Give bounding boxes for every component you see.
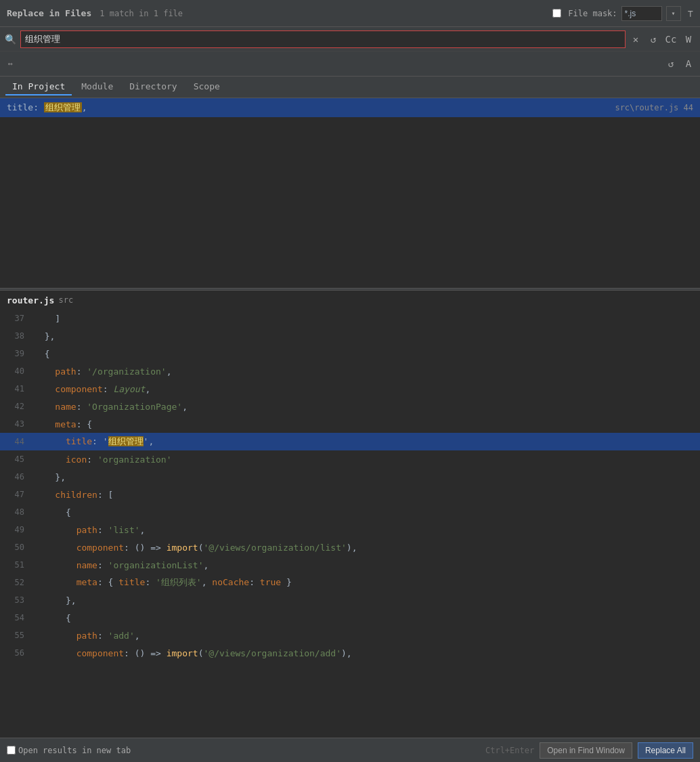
code-line-43: 43 meta: {: [0, 415, 700, 433]
line-num-56: 56: [0, 648, 31, 658]
tab-in-project[interactable]: In Project: [5, 79, 72, 96]
code-view: 37 ] 38 }, 39 { 40 path: '/organization'…: [0, 310, 700, 662]
match-count: 1 match in 1 file: [100, 9, 552, 18]
replace-row: ↔ ↺ A: [0, 51, 700, 76]
line-content-38: },: [31, 331, 700, 341]
result-match: 组织管理: [44, 102, 82, 112]
code-line-52: 52 meta: { title: '组织列表', noCache: true …: [0, 574, 700, 591]
line-content-37: ]: [31, 314, 700, 324]
tabs-bar: In Project Module Directory Scope: [0, 77, 700, 98]
code-line-47: 47 children: [: [0, 486, 700, 503]
line-num-52: 52: [0, 578, 31, 587]
search-input[interactable]: [25, 34, 621, 44]
clear-search-button[interactable]: ✕: [628, 32, 643, 47]
line-num-43: 43: [0, 419, 31, 429]
line-num-54: 54: [0, 613, 31, 622]
line-content-54: {: [31, 613, 700, 623]
line-content-43: meta: {: [31, 419, 700, 429]
replace-actions: ↺ A: [663, 56, 696, 71]
result-file: src\router.js 44: [615, 103, 693, 112]
line-content-46: },: [31, 472, 700, 482]
code-line-38: 38 },: [0, 327, 700, 345]
line-num-47: 47: [0, 490, 31, 499]
line-num-51: 51: [0, 560, 31, 570]
line-num-42: 42: [0, 402, 31, 411]
toolbar-title: Replace in Files: [7, 8, 91, 18]
search-area: 🔍 ✕ ↺ Cc W ↔ ↺ A: [0, 27, 700, 77]
file-mask-input[interactable]: [621, 6, 662, 21]
top-toolbar: Replace in Files 1 match in 1 file File …: [0, 0, 700, 27]
line-content-42: name: 'OrganizationPage',: [31, 402, 700, 412]
replace-all-button[interactable]: Replace All: [638, 742, 693, 759]
search-row: 🔍 ✕ ↺ Cc W: [0, 27, 700, 51]
line-content-41: component: Layout,: [31, 384, 700, 394]
search-icon: 🔍: [4, 34, 16, 45]
whole-word-button[interactable]: W: [681, 32, 696, 47]
code-filename: router.js: [7, 295, 54, 305]
code-line-50: 50 component: () => import('@/views/orga…: [0, 538, 700, 556]
line-content-45: icon: 'organization': [31, 454, 700, 465]
code-line-40: 40 path: '/organization',: [0, 362, 700, 380]
code-line-46: 46 },: [0, 468, 700, 486]
line-content-51: name: 'organizationList',: [31, 560, 700, 570]
code-line-51: 51 name: 'organizationList',: [0, 556, 700, 574]
line-content-39: {: [31, 349, 700, 359]
code-line-48: 48 {: [0, 503, 700, 521]
bottom-bar: Open results in new tab Ctrl+Enter Open …: [0, 738, 700, 762]
line-num-38: 38: [0, 331, 31, 341]
line-content-49: path: 'list',: [31, 525, 700, 535]
line-content-44: title: '组织管理',: [31, 436, 700, 448]
line-content-52: meta: { title: '组织列表', noCache: true }: [31, 576, 700, 589]
result-row[interactable]: title: 组织管理, src\router.js 44: [0, 98, 700, 117]
code-line-53: 53 },: [0, 591, 700, 609]
result-row-content: title: 组织管理,: [7, 102, 615, 114]
file-mask-checkbox[interactable]: [552, 9, 561, 18]
open-results-label: Open results in new tab: [18, 746, 131, 755]
tab-module[interactable]: Module: [74, 79, 120, 96]
code-line-42: 42 name: 'OrganizationPage',: [0, 398, 700, 415]
results-area: title: 组织管理, src\router.js 44: [0, 98, 700, 288]
line-content-47: children: [: [31, 490, 700, 500]
line-num-37: 37: [0, 314, 31, 323]
open-find-window-button[interactable]: Open in Find Window: [540, 742, 632, 759]
line-content-56: component: () => import('@/views/organiz…: [31, 648, 700, 658]
code-filepath: src: [58, 295, 73, 305]
replace-all-inline-button[interactable]: A: [681, 56, 696, 71]
search-input-box: [20, 30, 626, 48]
file-mask-label: File mask:: [568, 9, 617, 18]
line-num-55: 55: [0, 631, 31, 640]
line-num-53: 53: [0, 595, 31, 605]
line-num-45: 45: [0, 454, 31, 464]
code-line-41: 41 component: Layout,: [0, 380, 700, 398]
line-num-41: 41: [0, 384, 31, 394]
line-num-40: 40: [0, 366, 31, 376]
code-line-55: 55 path: 'add',: [0, 627, 700, 644]
code-line-56: 56 component: () => import('@/views/orga…: [0, 644, 700, 662]
file-mask-dropdown[interactable]: ▾: [666, 6, 681, 21]
case-sensitive-button[interactable]: Cc: [663, 32, 678, 47]
line-content-40: path: '/organization',: [31, 366, 700, 377]
refresh-replace-button[interactable]: ↺: [663, 56, 678, 71]
replace-icon: ↔: [4, 59, 16, 68]
refresh-search-button[interactable]: ↺: [646, 32, 661, 47]
line-content-55: path: 'add',: [31, 631, 700, 641]
line-content-50: component: () => import('@/views/organiz…: [31, 543, 700, 553]
tab-directory[interactable]: Directory: [123, 79, 183, 96]
code-file-header: router.js src: [0, 291, 700, 310]
line-num-46: 46: [0, 472, 31, 482]
line-content-53: },: [31, 595, 700, 606]
open-results-checkbox[interactable]: [7, 746, 16, 755]
line-num-39: 39: [0, 349, 31, 358]
result-suffix: ,: [82, 102, 87, 112]
code-line-49: 49 path: 'list',: [0, 521, 700, 538]
line-num-48: 48: [0, 507, 31, 517]
toolbar-right: File mask: ▾ ⊤: [552, 6, 693, 21]
code-line-39: 39 {: [0, 345, 700, 362]
filter-icon[interactable]: ⊤: [688, 8, 693, 19]
open-results-checkbox-label[interactable]: Open results in new tab: [7, 746, 131, 755]
tab-scope[interactable]: Scope: [187, 79, 227, 96]
line-content-48: {: [31, 507, 700, 517]
code-panel: router.js src 37 ] 38 }, 39 { 40 path: '…: [0, 291, 700, 662]
line-num-49: 49: [0, 525, 31, 534]
code-line-44: 44 title: '组织管理',: [0, 433, 700, 450]
